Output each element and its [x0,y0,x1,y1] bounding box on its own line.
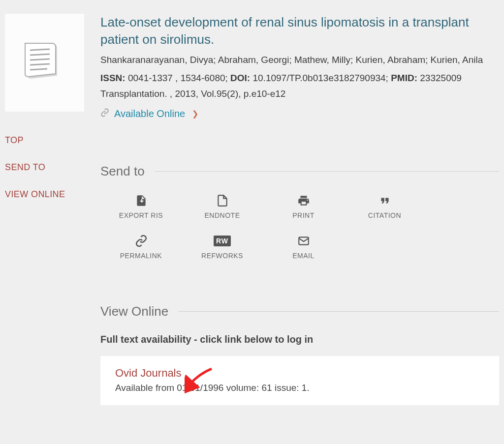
anchor-top[interactable]: TOP [5,135,89,146]
pmid-value: 23325009 [417,73,462,83]
available-online-text: Available Online [114,108,185,119]
doi-value: 10.1097/TP.0b013e3182790934; [250,73,391,83]
permalink-icon [134,234,148,248]
action-label: CITATION [368,211,401,219]
issn-value: 0041-1337 , 1534-6080; [126,73,230,83]
pmid-label: PMID: [391,73,417,83]
quote-icon [378,194,392,207]
svg-line-4 [30,69,47,70]
citation-button[interactable]: CITATION [344,194,425,219]
source-box: Ovid Journals Available from 01/01/1996 … [100,356,499,405]
viewonline-heading: View Online [100,304,168,319]
fulltext-heading: Full text availability - click link belo… [100,334,499,345]
email-button[interactable]: EMAIL [263,234,344,260]
doi-label: DOI: [230,73,250,83]
divider [178,311,499,312]
action-label: REFWORKS [201,252,243,260]
link-icon [100,108,109,119]
action-label: ENDNOTE [205,211,240,219]
endnote-button[interactable]: ENDNOTE [182,194,263,219]
refworks-button[interactable]: RW REFWORKS [182,234,263,260]
print-icon [297,194,311,207]
issn-label: ISSN: [100,73,126,83]
file-export-icon [134,194,148,207]
record-title: Late-onset development of renal sinus li… [100,14,499,48]
source-availability: Available from 01/01/1996 volume: 61 iss… [115,383,484,393]
export-ris-button[interactable]: EXPORT RIS [100,194,182,219]
action-label: PRINT [292,211,315,219]
permalink-button[interactable]: PERMALINK [100,234,182,260]
source-link[interactable]: Ovid Journals [115,367,182,380]
svg-line-3 [30,64,50,65]
record-authors: Shankaranarayanan, Divya; Abraham, Georg… [100,53,499,67]
sendto-section: Send to EXPORT RIS ENDNOTE [100,164,499,269]
print-button[interactable]: PRINT [263,194,344,219]
record-citation: Transplantation. , 2013, Vol.95(2), p.e1… [100,87,499,101]
refworks-icon: RW [216,234,229,248]
action-label: EXPORT RIS [119,211,163,219]
anchor-viewonline[interactable]: VIEW ONLINE [5,189,89,200]
sendto-heading: Send to [100,164,145,179]
action-label: EMAIL [292,252,315,260]
action-label: PERMALINK [120,252,162,260]
viewonline-section: View Online Full text availability - cli… [100,304,499,405]
available-online-link[interactable]: Available Online ❯ [100,108,499,119]
record-identifiers: ISSN: 0041-1337 , 1534-6080; DOI: 10.109… [100,71,499,86]
anchor-sendto[interactable]: SEND TO [5,162,89,173]
email-icon [297,234,311,248]
svg-line-0 [30,49,50,50]
record-thumbnail [5,14,84,112]
divider [155,171,499,172]
chevron-right-icon: ❯ [192,109,198,118]
file-icon [216,194,229,207]
svg-line-2 [30,59,50,60]
svg-line-1 [30,54,50,55]
